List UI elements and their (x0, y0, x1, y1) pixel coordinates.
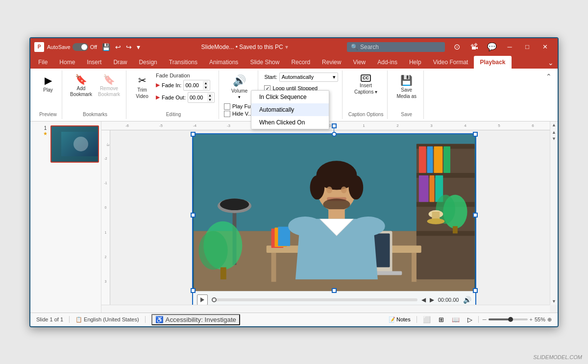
handle-ml[interactable] (191, 213, 196, 218)
tab-record[interactable]: Record (285, 56, 316, 69)
insert-captions-button[interactable]: CC Insert Captions ▾ (351, 73, 380, 97)
scroll-up-button[interactable]: ▲ (551, 121, 557, 128)
option-when-clicked-on[interactable]: When Clicked On (251, 116, 329, 129)
zoom-minus[interactable]: ─ (483, 316, 487, 322)
search-input[interactable] (360, 44, 441, 50)
trim-video-button[interactable]: ✂ Trim Video (132, 73, 152, 101)
fade-out-down[interactable]: ▼ (207, 97, 213, 102)
tab-review[interactable]: Review (316, 56, 347, 69)
reading-view-button[interactable]: 📖 (450, 315, 462, 324)
fade-out-input[interactable]: 00.00 ▲ ▼ (188, 92, 215, 103)
zoom-plus[interactable]: + (530, 316, 533, 322)
svg-point-46 (427, 218, 444, 224)
video-play-button[interactable] (197, 294, 208, 305)
ribbon-collapse[interactable]: ⌃ (544, 71, 554, 119)
fade-in-spinner[interactable]: ▲ ▼ (203, 81, 208, 90)
fade-in-input[interactable]: 00.00 ▲ ▼ (183, 80, 210, 91)
tab-draw[interactable]: Draw (107, 56, 133, 69)
zoom-slider[interactable] (489, 318, 528, 320)
tab-design[interactable]: Design (133, 56, 163, 69)
slide-thumbnail-1[interactable] (50, 125, 99, 163)
handle-tr[interactable] (473, 132, 478, 137)
save-icon: 💾 (400, 74, 413, 86)
fade-out-spinner[interactable]: ▲ ▼ (207, 93, 213, 102)
handle-mr[interactable] (473, 213, 478, 218)
fade-in-arrow: ▶ (156, 82, 160, 88)
minimize-button[interactable]: ─ (501, 38, 518, 56)
title-actions: 💾 ↩ ↪ ▾ (100, 42, 142, 52)
divider-1 (69, 316, 70, 323)
tab-addins[interactable]: Add-ins (371, 56, 403, 69)
search-box[interactable]: 🔍 (347, 42, 445, 52)
tab-view[interactable]: View (347, 56, 371, 69)
tab-playback[interactable]: Playback (474, 56, 511, 69)
handle-bl[interactable] (191, 288, 196, 293)
quick-access-button[interactable]: ▾ (135, 42, 142, 52)
tab-help[interactable]: Help (403, 56, 427, 69)
play-button[interactable]: ▶ Play (38, 73, 58, 95)
scroll-arrow-up[interactable]: ▲ (551, 129, 557, 135)
tab-file[interactable]: File (32, 56, 53, 69)
app-logo: P (34, 42, 44, 52)
present-icon[interactable]: 📽 (466, 38, 483, 56)
maximize-button[interactable]: □ (518, 38, 536, 56)
scrollbar-vertical[interactable]: ▲ ▲ ▼ ▼ (550, 121, 558, 305)
volume-button[interactable]: 🔊 Volume ▾ (228, 73, 250, 101)
save-media-button[interactable]: 💾 Save Media as (393, 73, 419, 101)
tab-insert[interactable]: Insert (81, 56, 107, 69)
fit-icon[interactable]: ⊕ (547, 316, 552, 323)
slide-thumb-content (51, 126, 99, 162)
handle-bm[interactable] (332, 288, 337, 293)
zoom-slider-thumb[interactable] (508, 317, 513, 322)
tab-transitions[interactable]: Transitions (163, 56, 203, 69)
accessibility-button[interactable]: ♿ Accessibility: Investigate (151, 314, 240, 325)
volume-icon: 🔊 (233, 74, 246, 87)
handle-tm[interactable] (332, 132, 337, 137)
close-button[interactable]: ✕ (536, 38, 554, 56)
scroll-arrow-down[interactable]: ▼ (551, 136, 557, 142)
ribbon-expand-icon[interactable]: ⌄ (546, 59, 556, 67)
hide-while-checkbox[interactable]: Hide V... (224, 111, 255, 117)
video-progress-bar[interactable] (212, 298, 417, 301)
record-icon[interactable]: ⊙ (448, 38, 466, 56)
play-fullscreen-checkbox[interactable]: Play Fu... (224, 103, 255, 110)
svg-rect-13 (429, 175, 434, 201)
trim-icon: ✂ (138, 74, 147, 86)
video-next-button[interactable]: ▶ (430, 296, 434, 303)
save-button[interactable]: 💾 (100, 42, 112, 52)
option-in-click-sequence[interactable]: In Click Sequence (251, 91, 329, 103)
video-volume-control[interactable]: 🔊 (463, 296, 471, 304)
tab-videoformat[interactable]: Video Format (427, 56, 474, 69)
scroll-down-button[interactable]: ▼ (551, 298, 557, 305)
handle-tl[interactable] (191, 132, 196, 137)
normal-view-button[interactable]: ⬜ (421, 315, 433, 324)
svg-point-43 (351, 216, 385, 236)
autosave-toggle[interactable] (73, 43, 88, 51)
fade-in-up[interactable]: ▲ (203, 81, 208, 85)
fade-in-down[interactable]: ▼ (203, 85, 208, 90)
scrollbar-horizontal[interactable] (101, 305, 550, 313)
video-prev-button[interactable]: ◀ (421, 296, 426, 303)
undo-button[interactable]: ↩ (113, 42, 123, 52)
tab-home[interactable]: Home (53, 56, 81, 69)
fade-out-label: Fade Out: (162, 95, 186, 100)
slideshow-button[interactable]: ▷ (466, 315, 474, 324)
ribbon-group-preview: ▶ Play Preview (34, 71, 62, 119)
add-bookmark-button[interactable]: 🔖 Add Bookmark (68, 73, 94, 98)
start-dropdown[interactable]: Automatically ▾ (279, 73, 338, 82)
slide-sorter-button[interactable]: ⊞ (437, 315, 446, 324)
add-bookmark-icon: 🔖 (75, 73, 87, 85)
notes-button[interactable]: 📝 Notes (387, 315, 413, 324)
rotate-handle[interactable] (332, 123, 337, 128)
comment-icon[interactable]: 💬 (483, 38, 501, 56)
handle-br[interactable] (473, 288, 478, 293)
progress-thumb[interactable] (212, 297, 217, 302)
window-title: SlideMode... • Saved to this PC (201, 44, 283, 50)
remove-bookmark-button[interactable]: 🔖 Remove Bookmark (96, 73, 122, 98)
ribbon-tabs: File Home Insert Draw Design Transitions… (30, 56, 558, 69)
redo-button[interactable]: ↪ (124, 42, 134, 52)
option-automatically[interactable]: Automatically (251, 103, 329, 116)
tab-slideshow[interactable]: Slide Show (244, 56, 285, 69)
tab-animations[interactable]: Animations (203, 56, 244, 69)
fade-out-up[interactable]: ▲ (207, 93, 213, 97)
